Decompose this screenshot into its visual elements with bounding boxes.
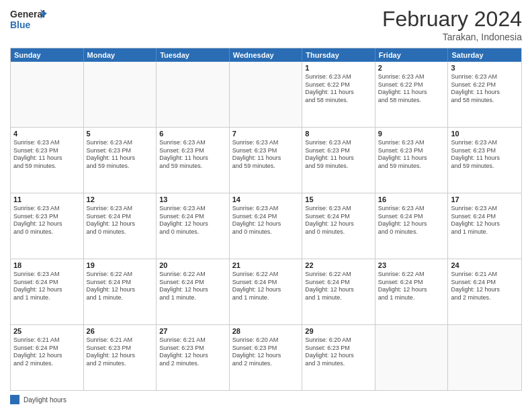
page-header: GeneralBlue February 2024 Tarakan, Indon… [10,7,522,42]
day-info: Sunrise: 6:22 AM Sunset: 6:24 PM Dayligh… [378,271,445,302]
day-info: Sunrise: 6:23 AM Sunset: 6:23 PM Dayligh… [232,139,300,171]
day-info: Sunrise: 6:21 AM Sunset: 6:23 PM Dayligh… [87,336,154,368]
day-number: 29 [305,327,372,335]
day-info: Sunrise: 6:22 AM Sunset: 6:24 PM Dayligh… [87,271,154,302]
day-number: 5 [87,130,154,138]
day-cell: 7Sunrise: 6:23 AM Sunset: 6:23 PM Daylig… [230,128,303,193]
day-cell: 6Sunrise: 6:23 AM Sunset: 6:23 PM Daylig… [157,128,230,193]
day-cell: 9Sunrise: 6:23 AM Sunset: 6:23 PM Daylig… [375,128,449,193]
day-number: 9 [378,130,445,138]
day-cell: 22Sunrise: 6:22 AM Sunset: 6:24 PM Dayli… [302,259,375,324]
day-number: 1 [305,64,372,72]
day-cell: 27Sunrise: 6:21 AM Sunset: 6:23 PM Dayli… [157,325,230,390]
day-number: 20 [159,261,226,269]
day-cell: 15Sunrise: 6:23 AM Sunset: 6:24 PM Dayli… [302,193,375,259]
day-number: 28 [232,327,300,335]
day-cell: 14Sunrise: 6:23 AM Sunset: 6:24 PM Dayli… [230,193,303,259]
day-number: 18 [13,261,81,269]
day-number: 8 [305,130,372,138]
day-info: Sunrise: 6:21 AM Sunset: 6:24 PM Dayligh… [13,336,81,368]
day-cell: 5Sunrise: 6:23 AM Sunset: 6:23 PM Daylig… [84,128,157,193]
day-header-monday: Monday [84,48,157,62]
day-number: 21 [232,261,300,269]
day-number: 3 [451,64,519,72]
day-info: Sunrise: 6:23 AM Sunset: 6:23 PM Dayligh… [13,205,81,236]
day-number: 23 [378,261,445,269]
day-info: Sunrise: 6:23 AM Sunset: 6:23 PM Dayligh… [305,139,372,171]
day-cell [375,325,449,390]
legend-label: Daylight hours [24,396,66,404]
day-info: Sunrise: 6:23 AM Sunset: 6:23 PM Dayligh… [13,139,81,171]
day-cell [11,62,84,127]
day-cell: 17Sunrise: 6:23 AM Sunset: 6:24 PM Dayli… [448,193,521,259]
day-cell: 26Sunrise: 6:21 AM Sunset: 6:23 PM Dayli… [84,325,157,390]
day-info: Sunrise: 6:23 AM Sunset: 6:23 PM Dayligh… [378,139,445,171]
day-header-friday: Friday [375,48,449,62]
day-cell: 28Sunrise: 6:20 AM Sunset: 6:23 PM Dayli… [230,325,303,390]
day-cell [448,325,521,390]
title-area: February 2024 Tarakan, Indonesia [382,7,522,42]
day-number: 13 [159,195,226,203]
location-subtitle: Tarakan, Indonesia [382,32,522,42]
day-number: 25 [13,327,81,335]
week-row-4: 18Sunrise: 6:23 AM Sunset: 6:24 PM Dayli… [11,259,521,325]
day-cell: 2Sunrise: 6:23 AM Sunset: 6:22 PM Daylig… [375,62,449,127]
week-row-5: 25Sunrise: 6:21 AM Sunset: 6:24 PM Dayli… [11,325,521,390]
calendar: SundayMondayTuesdayWednesdayThursdayFrid… [10,48,522,391]
day-cell: 23Sunrise: 6:22 AM Sunset: 6:24 PM Dayli… [375,259,449,324]
logo-svg: GeneralBlue [10,7,50,34]
day-info: Sunrise: 6:23 AM Sunset: 6:22 PM Dayligh… [305,73,372,105]
day-number: 14 [232,195,300,203]
day-info: Sunrise: 6:23 AM Sunset: 6:23 PM Dayligh… [451,139,519,171]
day-cell: 10Sunrise: 6:23 AM Sunset: 6:23 PM Dayli… [448,128,521,193]
svg-text:General: General [10,9,45,19]
day-cell [84,62,157,127]
day-number: 16 [378,195,445,203]
day-number: 6 [159,130,226,138]
day-info: Sunrise: 6:22 AM Sunset: 6:24 PM Dayligh… [159,271,226,302]
day-header-thursday: Thursday [302,48,375,62]
day-cell: 13Sunrise: 6:23 AM Sunset: 6:24 PM Dayli… [157,193,230,259]
month-title: February 2024 [382,7,522,32]
logo: GeneralBlue [10,7,50,34]
day-info: Sunrise: 6:23 AM Sunset: 6:23 PM Dayligh… [159,139,226,171]
day-info: Sunrise: 6:21 AM Sunset: 6:23 PM Dayligh… [159,336,226,368]
day-info: Sunrise: 6:20 AM Sunset: 6:23 PM Dayligh… [232,336,300,368]
day-cell: 19Sunrise: 6:22 AM Sunset: 6:24 PM Dayli… [84,259,157,324]
day-cell: 18Sunrise: 6:23 AM Sunset: 6:24 PM Dayli… [11,259,84,324]
day-info: Sunrise: 6:23 AM Sunset: 6:23 PM Dayligh… [87,139,154,171]
day-number: 4 [13,130,81,138]
day-number: 26 [87,327,154,335]
day-cell: 25Sunrise: 6:21 AM Sunset: 6:24 PM Dayli… [11,325,84,390]
day-number: 7 [232,130,300,138]
legend: Daylight hours [10,395,522,404]
day-info: Sunrise: 6:21 AM Sunset: 6:24 PM Dayligh… [451,271,519,302]
day-cell: 11Sunrise: 6:23 AM Sunset: 6:23 PM Dayli… [11,193,84,259]
day-number: 17 [451,195,519,203]
day-cell: 8Sunrise: 6:23 AM Sunset: 6:23 PM Daylig… [302,128,375,193]
day-cell: 29Sunrise: 6:20 AM Sunset: 6:23 PM Dayli… [302,325,375,390]
day-info: Sunrise: 6:23 AM Sunset: 6:24 PM Dayligh… [305,205,372,236]
day-info: Sunrise: 6:23 AM Sunset: 6:24 PM Dayligh… [87,205,154,236]
day-cell [230,62,303,127]
week-row-2: 4Sunrise: 6:23 AM Sunset: 6:23 PM Daylig… [11,128,521,193]
day-info: Sunrise: 6:23 AM Sunset: 6:22 PM Dayligh… [378,73,445,105]
day-cell [157,62,230,127]
day-number: 15 [305,195,372,203]
day-headers: SundayMondayTuesdayWednesdayThursdayFrid… [11,48,521,62]
day-info: Sunrise: 6:23 AM Sunset: 6:22 PM Dayligh… [451,73,519,105]
day-info: Sunrise: 6:23 AM Sunset: 6:24 PM Dayligh… [232,205,300,236]
day-cell: 4Sunrise: 6:23 AM Sunset: 6:23 PM Daylig… [11,128,84,193]
day-number: 27 [159,327,226,335]
calendar-body: 1Sunrise: 6:23 AM Sunset: 6:22 PM Daylig… [11,62,521,390]
week-row-1: 1Sunrise: 6:23 AM Sunset: 6:22 PM Daylig… [11,62,521,128]
day-number: 10 [451,130,519,138]
day-number: 12 [87,195,154,203]
legend-color-box [10,395,19,404]
day-number: 19 [87,261,154,269]
day-info: Sunrise: 6:22 AM Sunset: 6:24 PM Dayligh… [232,271,300,302]
day-header-wednesday: Wednesday [230,48,303,62]
day-number: 22 [305,261,372,269]
day-cell: 21Sunrise: 6:22 AM Sunset: 6:24 PM Dayli… [230,259,303,324]
day-header-saturday: Saturday [448,48,521,62]
